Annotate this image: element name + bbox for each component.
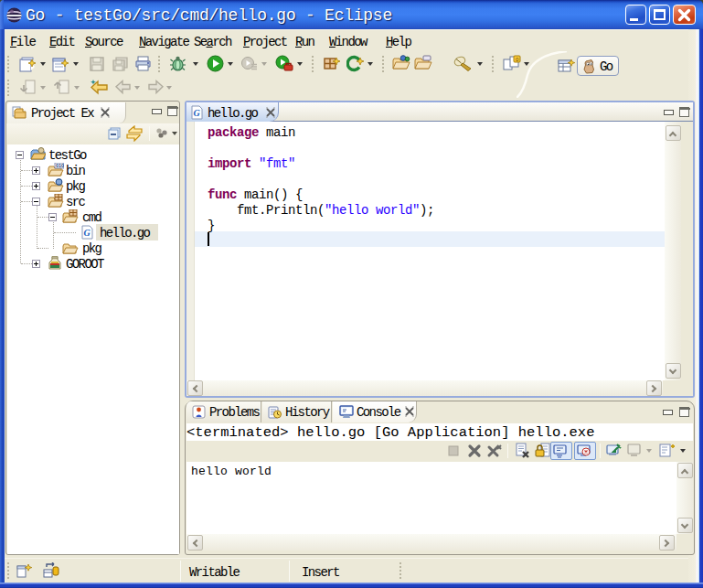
svg-text:G: G — [84, 228, 91, 238]
svg-text:010: 010 — [56, 163, 64, 168]
svg-text:G: G — [194, 108, 201, 118]
